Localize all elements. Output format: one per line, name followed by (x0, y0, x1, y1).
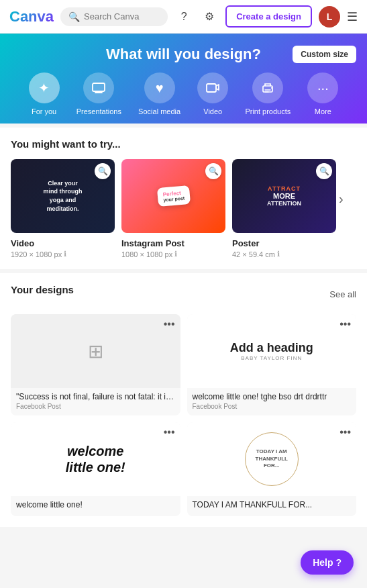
hamburger-menu-icon[interactable]: ☰ (347, 9, 358, 24)
design-card-1-type: Facebook Post (11, 403, 180, 415)
info-icon-instagram: ℹ (174, 250, 177, 258)
search-icon: 🔍 (68, 11, 80, 22)
svg-rect-2 (263, 86, 272, 92)
try-card-poster-sub: 42 × 59.4 cm ℹ (232, 250, 336, 258)
try-card-instagram-label: Instagram Post (121, 238, 225, 248)
design-card-3[interactable]: welcomelittle one! ••• welcome little on… (11, 422, 180, 516)
nav-label-video: Video (203, 107, 222, 115)
nav-item-more[interactable]: ··· More (307, 72, 338, 124)
design-card-4-type (187, 511, 357, 516)
zoom-icon-poster[interactable]: 🔍 (316, 163, 332, 179)
next-arrow-button[interactable]: › (336, 191, 346, 207)
zoom-icon-instagram[interactable]: 🔍 (205, 163, 221, 179)
try-card-video-thumbnail: Clear yourmind throughyoga andmeditation… (11, 159, 115, 233)
heading-preview: Add a heading BABY TAYLOR FINN (223, 334, 320, 368)
more-icon: ··· (307, 72, 338, 103)
design-card-2-type: Facebook Post (187, 403, 357, 415)
design-card-3-label: welcome little one! (11, 496, 180, 511)
canva-logo: Canva (9, 8, 54, 26)
search-input[interactable] (84, 11, 160, 21)
designs-grid: ⊞ ••• "Success is not final, failure is … (11, 314, 356, 516)
video-thumbnail-text: Clear yourmind throughyoga andmeditation… (40, 175, 87, 217)
design-card-4-thumbnail: TODAY I AMTHANKFULLFOR... ••• (187, 422, 357, 496)
design-card-4-menu[interactable]: ••• (339, 426, 351, 438)
nav-item-for-you[interactable]: ✦ For you (29, 72, 60, 124)
try-card-video-label: Video (11, 238, 115, 248)
heading-big-text: Add a heading (230, 341, 313, 355)
print-products-icon (252, 72, 283, 103)
svg-rect-0 (93, 83, 105, 91)
zoom-icon-video[interactable]: 🔍 (95, 163, 111, 179)
try-card-instagram-sub: 1080 × 1080 px ℹ (121, 250, 225, 258)
try-section: You might want to try... Clear yourmind … (0, 128, 367, 269)
svg-rect-1 (207, 84, 216, 92)
thankful-circle: TODAY I AMTHANKFULLFOR... (245, 432, 299, 486)
design-card-4[interactable]: TODAY I AMTHANKFULLFOR... ••• TODAY I AM… (187, 422, 357, 516)
help-button[interactable]: Help ? (301, 550, 354, 575)
avatar[interactable]: L (319, 6, 340, 28)
for-you-icon: ✦ (29, 72, 60, 103)
try-card-video[interactable]: Clear yourmind throughyoga andmeditation… (11, 159, 115, 258)
header: Canva 🔍 ? ⚙ Create a design L ☰ (0, 0, 367, 34)
design-card-1-thumbnail: ⊞ ••• (11, 314, 180, 388)
search-bar[interactable]: 🔍 (60, 7, 168, 26)
design-card-2-label: welcome little one! tghe bso drt drdrttr (187, 388, 357, 403)
designs-section-title: Your designs (11, 284, 74, 295)
svg-point-3 (271, 87, 272, 89)
nav-item-presentations[interactable]: Presentations (76, 72, 121, 124)
info-icon-video: ℹ (64, 250, 66, 258)
nav-label-for-you: For you (32, 107, 56, 115)
hero-banner: What will you design? Custom size ✦ For … (0, 34, 367, 124)
try-card-poster[interactable]: ATTRACT MORE ATTENTION 🔍 Poster 42 × 59.… (232, 159, 336, 258)
quad-icon: ⊞ (88, 340, 103, 362)
design-card-1-label: "Success is not final, failure is not fa… (11, 388, 180, 403)
heading-small-text: BABY TAYLOR FINN (230, 355, 313, 361)
see-all-link[interactable]: See all (329, 289, 356, 299)
try-card-poster-label: Poster (232, 238, 336, 248)
hero-nav: ✦ For you Presentations ♥ Social media V… (13, 72, 354, 124)
try-card-video-sub: 1920 × 1080 px ℹ (11, 250, 115, 258)
settings-icon[interactable]: ⚙ (200, 7, 219, 26)
nav-label-more: More (315, 107, 331, 115)
custom-size-button[interactable]: Custom size (293, 46, 356, 63)
design-card-1-menu[interactable]: ••• (164, 318, 175, 330)
nav-label-presentations: Presentations (76, 107, 121, 115)
design-card-2-thumbnail: Add a heading BABY TAYLOR FINN ••• (187, 314, 357, 388)
designs-section: Your designs See all ⊞ ••• "Success is n… (0, 273, 367, 527)
nav-item-video[interactable]: Video (197, 72, 228, 124)
design-card-1[interactable]: ⊞ ••• "Success is not final, failure is … (11, 314, 180, 415)
try-card-poster-thumbnail: ATTRACT MORE ATTENTION 🔍 (232, 159, 336, 233)
nav-item-print-products[interactable]: Print products (245, 72, 291, 124)
help-icon[interactable]: ? (174, 7, 193, 26)
try-card-instagram[interactable]: Perfect your post 🔍 Instagram Post 1080 … (121, 159, 225, 258)
design-card-2[interactable]: Add a heading BABY TAYLOR FINN ••• welco… (187, 314, 357, 415)
design-card-4-label: TODAY I AM THANKFULL FOR... (187, 496, 357, 511)
presentations-icon (83, 72, 114, 103)
try-card-instagram-thumbnail: Perfect your post 🔍 (121, 159, 225, 233)
header-icons: ? ⚙ Create a design L ☰ (174, 5, 358, 28)
social-media-icon: ♥ (144, 72, 175, 103)
try-cards-list: Clear yourmind throughyoga andmeditation… (11, 159, 336, 258)
design-card-3-menu[interactable]: ••• (164, 426, 175, 438)
nav-label-print-products: Print products (245, 107, 291, 115)
nav-label-social-media: Social media (138, 107, 180, 115)
welcome-text: welcomelittle one! (66, 443, 125, 475)
info-icon-poster: ℹ (277, 250, 280, 258)
try-section-title: You might want to try... (11, 138, 356, 150)
design-card-3-type (11, 511, 180, 516)
nav-item-social-media[interactable]: ♥ Social media (138, 72, 180, 124)
design-card-3-thumbnail: welcomelittle one! ••• (11, 422, 180, 496)
design-card-2-menu[interactable]: ••• (339, 318, 351, 330)
designs-header: Your designs See all (11, 284, 356, 305)
video-icon (197, 72, 228, 103)
create-design-button[interactable]: Create a design (225, 5, 312, 28)
